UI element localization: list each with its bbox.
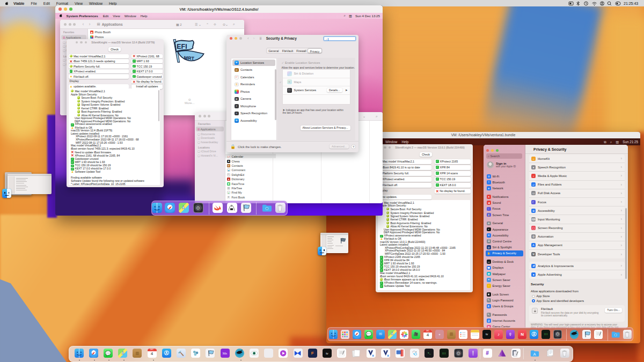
svg-text:21:25:43: 21:25:43 [624, 2, 638, 5]
svg-text:A: A [533, 351, 536, 356]
svg-text:Δ: Δ [499, 354, 500, 357]
